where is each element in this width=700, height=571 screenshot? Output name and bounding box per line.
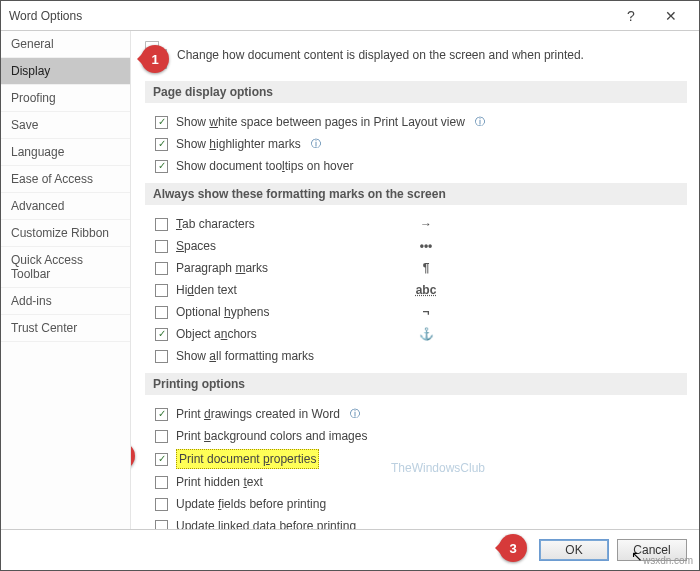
info-icon[interactable]: ⓘ — [475, 113, 485, 131]
section-header-formatting-marks: Always show these formatting marks on th… — [145, 183, 687, 205]
option-row: Object anchors⚓ — [145, 323, 445, 345]
option-label[interactable]: Print hidden text — [176, 473, 263, 491]
option-row: Show all formatting marks — [145, 345, 687, 367]
cursor-icon: ↖ — [631, 548, 643, 564]
checkbox[interactable] — [155, 453, 168, 466]
sidebar-item-display[interactable]: Display — [1, 58, 130, 85]
option-label[interactable]: Print drawings created in Word — [176, 405, 340, 423]
formatting-mark-icon: abc — [413, 281, 439, 299]
checkbox[interactable] — [155, 328, 168, 341]
sidebar-item-advanced[interactable]: Advanced — [1, 193, 130, 220]
options-dialog: Word Options ? ✕ GeneralDisplayProofingS… — [0, 0, 700, 571]
option-label[interactable]: Update fields before printing — [176, 495, 326, 513]
formatting-mark-icon: → — [413, 215, 439, 233]
formatting-mark-icon: ¶ — [413, 259, 439, 277]
option-label[interactable]: Show highlighter marks — [176, 135, 301, 153]
info-icon[interactable]: ⓘ — [350, 405, 360, 423]
checkbox[interactable] — [155, 476, 168, 489]
checkbox[interactable] — [155, 350, 168, 363]
option-row: Show highlighter marksⓘ — [145, 133, 687, 155]
sidebar-item-trust-center[interactable]: Trust Center — [1, 315, 130, 342]
checkbox[interactable] — [155, 116, 168, 129]
option-row: Print hidden text — [145, 471, 687, 493]
sidebar-item-ease-of-access[interactable]: Ease of Access — [1, 166, 130, 193]
checkbox[interactable] — [155, 498, 168, 511]
option-row: Print document properties2 — [145, 447, 687, 471]
option-row: Hidden textabc — [145, 279, 445, 301]
sidebar-item-language[interactable]: Language — [1, 139, 130, 166]
formatting-mark-icon: ¬ — [413, 303, 439, 321]
source-attribution: wsxdn.com — [643, 555, 693, 566]
option-label[interactable]: Hidden text — [176, 281, 237, 299]
category-sidebar: GeneralDisplayProofingSaveLanguageEase o… — [1, 31, 131, 529]
window-title: Word Options — [9, 9, 611, 23]
option-label[interactable]: Print background colors and images — [176, 427, 367, 445]
sidebar-item-proofing[interactable]: Proofing — [1, 85, 130, 112]
checkbox[interactable] — [155, 240, 168, 253]
formatting-mark-icon: ••• — [413, 237, 439, 255]
option-row: Spaces••• — [145, 235, 445, 257]
close-button[interactable]: ✕ — [651, 1, 691, 31]
option-row: Show document tooltips on hover — [145, 155, 687, 177]
option-label[interactable]: Show all formatting marks — [176, 347, 314, 365]
option-label[interactable]: Update linked data before printing — [176, 517, 356, 529]
option-label[interactable]: Tab characters — [176, 215, 255, 233]
option-row: Tab characters→ — [145, 213, 445, 235]
option-label[interactable]: Object anchors — [176, 325, 257, 343]
intro-text: Change how document content is displayed… — [177, 48, 584, 62]
option-label[interactable]: Optional hyphens — [176, 303, 269, 321]
help-button[interactable]: ? — [611, 1, 651, 31]
option-row: Show white space between pages in Print … — [145, 111, 687, 133]
checkbox[interactable] — [155, 430, 168, 443]
dialog-body: GeneralDisplayProofingSaveLanguageEase o… — [1, 31, 699, 530]
annotation-badge-3: 3 — [499, 534, 527, 562]
option-label[interactable]: Paragraph marks — [176, 259, 268, 277]
checkbox[interactable] — [155, 284, 168, 297]
option-row: Print drawings created in Wordⓘ — [145, 403, 687, 425]
option-row: Paragraph marks¶ — [145, 257, 445, 279]
section-header-printing: Printing options — [145, 373, 687, 395]
checkbox[interactable] — [155, 262, 168, 275]
dialog-footer: 3 OK Cancel ↖ — [1, 530, 699, 570]
sidebar-item-save[interactable]: Save — [1, 112, 130, 139]
titlebar: Word Options ? ✕ — [1, 1, 699, 31]
ok-button[interactable]: OK — [539, 539, 609, 561]
option-row: Update linked data before printing — [145, 515, 687, 529]
info-icon[interactable]: ⓘ — [311, 135, 321, 153]
option-row: Print background colors and images — [145, 425, 687, 447]
option-row: Update fields before printing — [145, 493, 687, 515]
formatting-mark-icon: ⚓ — [413, 325, 439, 343]
annotation-badge-2: 2 — [131, 442, 135, 470]
checkbox[interactable] — [155, 218, 168, 231]
option-label[interactable]: Show white space between pages in Print … — [176, 113, 465, 131]
option-label[interactable]: Spaces — [176, 237, 216, 255]
checkbox[interactable] — [155, 138, 168, 151]
section-header-page-display: Page display options — [145, 81, 687, 103]
sidebar-item-general[interactable]: General — [1, 31, 130, 58]
option-row: Optional hyphens¬ — [145, 301, 445, 323]
intro-row: Change how document content is displayed… — [145, 41, 687, 69]
checkbox[interactable] — [155, 408, 168, 421]
sidebar-item-customize-ribbon[interactable]: Customize Ribbon — [1, 220, 130, 247]
option-label[interactable]: Show document tooltips on hover — [176, 157, 353, 175]
checkbox[interactable] — [155, 160, 168, 173]
content-pane: Change how document content is displayed… — [131, 31, 699, 529]
checkbox[interactable] — [155, 306, 168, 319]
sidebar-item-quick-access-toolbar[interactable]: Quick Access Toolbar — [1, 247, 130, 288]
sidebar-item-add-ins[interactable]: Add-ins — [1, 288, 130, 315]
annotation-badge-1: 1 — [141, 45, 169, 73]
option-label[interactable]: Print document properties — [176, 449, 319, 469]
checkbox[interactable] — [155, 520, 168, 530]
